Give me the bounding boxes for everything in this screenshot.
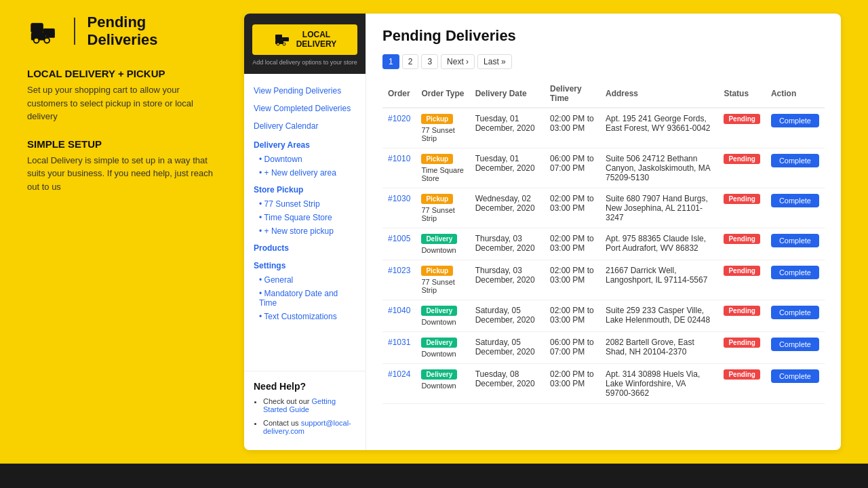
complete-button-5[interactable]: Complete (771, 306, 819, 319)
table-row: #1010 Pickup Time Square Store Tuesday, … (382, 148, 825, 188)
order-link-2[interactable]: #1030 (388, 194, 410, 203)
page-3-button[interactable]: 3 (421, 54, 438, 69)
cell-type-7: Delivery Downtown (416, 364, 469, 404)
main-table-area: Pending Deliveries 1 2 3 Next › Last » O… (366, 14, 841, 450)
order-link-4[interactable]: #1023 (388, 266, 410, 275)
left-section-2: SIMPLE SETUP Local Delivery is simple to… (27, 138, 217, 194)
cell-status-1: Pending (718, 148, 765, 188)
sidebar-item-77-sunset[interactable]: 77 Sunset Strip (244, 197, 366, 211)
cell-type-3: Delivery Downtown (416, 228, 469, 260)
svg-point-10 (277, 43, 279, 45)
col-order: Order (382, 80, 416, 108)
type-name-0: 77 Sunset Strip (421, 126, 464, 142)
sidebar-item-delivery-calendar[interactable]: Delivery Calendar (244, 117, 366, 135)
cell-address-6: 2082 Bartell Grove, East Shad, NH 20104-… (600, 332, 718, 364)
complete-button-3[interactable]: Complete (771, 234, 819, 247)
sidebar-logo-area: LOCAL DELIVERY Add local delivery option… (244, 14, 366, 74)
order-link-1[interactable]: #1010 (388, 154, 410, 163)
status-badge-3: Pending (724, 234, 760, 244)
sidebar-item-downtown[interactable]: Downtown (244, 152, 366, 166)
cell-time-7: 02:00 PM to 03:00 PM (545, 364, 600, 404)
type-name-1: Time Square Store (421, 166, 464, 182)
cell-action-7: Complete (766, 364, 825, 404)
app-title: Pending Deliveries (87, 14, 217, 49)
order-link-5[interactable]: #1040 (388, 306, 410, 315)
sidebar-item-view-pending[interactable]: View Pending Deliveries (244, 82, 366, 100)
cell-date-5: Saturday, 05 December, 2020 (470, 300, 545, 332)
deliveries-table: Order Order Type Delivery Date Delivery … (382, 80, 825, 404)
svg-rect-6 (45, 33, 55, 38)
page-2-button[interactable]: 2 (402, 54, 419, 69)
status-badge-5: Pending (724, 306, 760, 316)
sidebar-item-new-delivery-area[interactable]: + New delivery area (244, 166, 366, 180)
sidebar-logo-line1: LOCAL (296, 30, 337, 39)
cell-time-5: 02:00 PM to 03:00 PM (545, 300, 600, 332)
pagination-last-button[interactable]: Last » (477, 54, 512, 69)
cell-address-2: Suite 680 7907 Hand Burgs, New Josephina… (600, 188, 718, 228)
sidebar-logo-icon (273, 30, 292, 49)
sidebar-section-products: Products (244, 238, 366, 256)
sidebar-item-view-completed[interactable]: View Completed Deliveries (244, 100, 366, 117)
order-link-6[interactable]: #1031 (388, 338, 410, 347)
order-link-0[interactable]: #1020 (388, 114, 410, 123)
cell-type-0: Pickup 77 Sunset Strip (416, 108, 469, 148)
status-badge-1: Pending (724, 154, 760, 164)
left-section2-text: Local Delivery is simple to set up in a … (27, 154, 217, 194)
order-link-3[interactable]: #1005 (388, 234, 410, 243)
sidebar-item-time-square[interactable]: Time Square Store (244, 211, 366, 224)
complete-button-7[interactable]: Complete (771, 369, 819, 383)
need-help-item-contact: Contact us support@local-delivery.com (263, 419, 356, 435)
sidebar-navigation: View Pending Deliveries View Completed D… (244, 74, 366, 371)
pagination-next-button[interactable]: Next › (441, 54, 475, 69)
sidebar-logo-line2: DELIVERY (296, 39, 337, 49)
cell-action-3: Complete (766, 228, 825, 260)
col-address: Address (600, 80, 718, 108)
table-header-row: Order Order Type Delivery Date Delivery … (382, 80, 825, 108)
page-title: Pending Deliveries (382, 27, 825, 45)
need-help-contact-text: Contact us (263, 419, 301, 427)
cell-date-3: Thursday, 03 December, 2020 (470, 228, 545, 260)
type-badge-0: Pickup (421, 114, 453, 124)
svg-rect-1 (31, 23, 43, 33)
need-help-section: Need Help? Check out our Getting Started… (244, 371, 366, 450)
cell-type-1: Pickup Time Square Store (416, 148, 469, 188)
type-badge-1: Pickup (421, 154, 453, 164)
cell-time-6: 06:00 PM to 07:00 PM (545, 332, 600, 364)
need-help-item-guide: Check out our Getting Started Guide (263, 397, 356, 413)
cell-order-7: #1024 (382, 364, 416, 404)
col-order-type: Order Type (416, 80, 469, 108)
cell-time-2: 02:00 PM to 03:00 PM (545, 188, 600, 228)
cell-time-0: 02:00 PM to 03:00 PM (545, 108, 600, 148)
left-section2-title: SIMPLE SETUP (27, 138, 217, 150)
type-badge-2: Pickup (421, 194, 453, 204)
sidebar-item-general[interactable]: General (244, 273, 366, 287)
complete-button-4[interactable]: Complete (771, 266, 819, 279)
sidebar-section-store-pickup: Store Pickup (244, 180, 366, 197)
type-badge-6: Delivery (421, 338, 457, 348)
complete-button-0[interactable]: Complete (771, 114, 819, 127)
pagination: 1 2 3 Next › Last » (382, 54, 825, 69)
cell-date-1: Tuesday, 01 December, 2020 (470, 148, 545, 188)
sidebar-section-settings: Settings (244, 256, 366, 273)
cell-date-7: Tuesday, 08 December, 2020 (470, 364, 545, 404)
type-name-7: Downtown (421, 382, 464, 390)
status-badge-4: Pending (724, 266, 760, 276)
complete-button-2[interactable]: Complete (771, 194, 819, 207)
table-row: #1005 Delivery Downtown Thursday, 03 Dec… (382, 228, 825, 260)
table-row: #1031 Delivery Downtown Saturday, 05 Dec… (382, 332, 825, 364)
cell-date-6: Saturday, 05 December, 2020 (470, 332, 545, 364)
cell-date-2: Wednesday, 02 December, 2020 (470, 188, 545, 228)
cell-address-0: Apt. 195 241 George Fords, East Forest, … (600, 108, 718, 148)
type-name-2: 77 Sunset Strip (421, 206, 464, 222)
complete-button-6[interactable]: Complete (771, 338, 819, 351)
cell-order-2: #1030 (382, 188, 416, 228)
page-1-button[interactable]: 1 (382, 54, 399, 69)
sidebar-item-mandatory-date[interactable]: Mandatory Date and Time (244, 287, 366, 310)
type-badge-3: Delivery (421, 234, 457, 244)
order-link-7[interactable]: #1024 (388, 369, 410, 379)
cell-type-4: Pickup 77 Sunset Strip (416, 260, 469, 300)
complete-button-1[interactable]: Complete (771, 154, 819, 167)
sidebar-item-text-customizations[interactable]: Text Customizations (244, 310, 366, 323)
cell-date-0: Tuesday, 01 December, 2020 (470, 108, 545, 148)
sidebar-item-new-store-pickup[interactable]: + New store pickup (244, 224, 366, 238)
